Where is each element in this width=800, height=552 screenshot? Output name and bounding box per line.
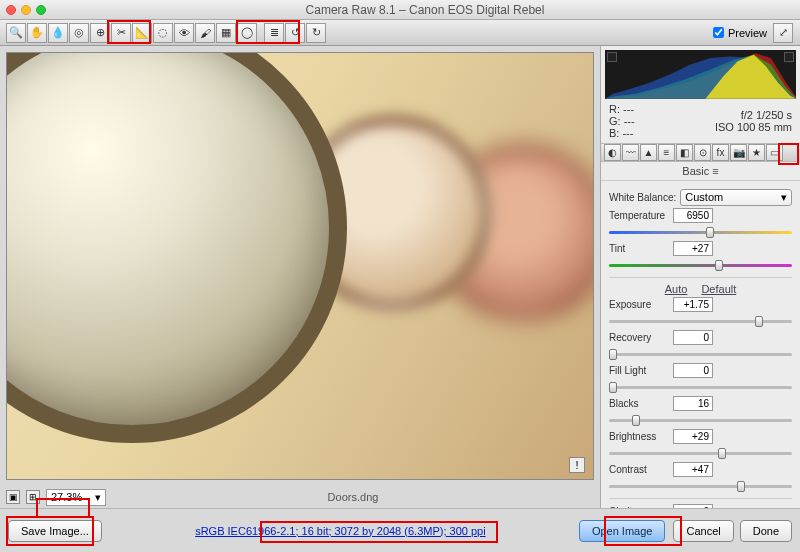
exif-readout: f/2 1/250 s ISO 100 85 mm [715, 109, 792, 133]
open-image-button[interactable]: Open Image [579, 520, 666, 542]
fullscreen-toggle[interactable]: ⤢ [773, 23, 793, 43]
snapshots-tab[interactable]: ▭ [766, 144, 783, 161]
image-footer: ▣ ⊞ 27.3%▾ Doors.dng [0, 486, 600, 508]
adjust-brush-tool[interactable]: 🖌 [195, 23, 215, 43]
targeted-adjust-tool[interactable]: ⊕ [90, 23, 110, 43]
temperature-value[interactable]: 6950 [673, 208, 713, 223]
zoom-select[interactable]: 27.3%▾ [46, 489, 106, 506]
rotate-ccw-tool[interactable]: ↺ [285, 23, 305, 43]
tint-slider[interactable] [609, 258, 792, 272]
hsl-tab[interactable]: ≡ [658, 144, 675, 161]
exif-line2: ISO 100 85 mm [715, 121, 792, 133]
tint-label: Tint [609, 243, 669, 254]
detail-tab[interactable]: ▲ [640, 144, 657, 161]
done-button[interactable]: Done [740, 520, 792, 542]
contrast-slider[interactable] [609, 479, 792, 493]
histogram[interactable] [605, 50, 796, 99]
zoom-window-icon[interactable] [36, 5, 46, 15]
prefs-tool[interactable]: ≣ [264, 23, 284, 43]
exposure-slider[interactable] [609, 314, 792, 328]
tint-value[interactable]: +27 [673, 241, 713, 256]
main: ! ▣ ⊞ 27.3%▾ Doors.dng R: --- G: [0, 46, 800, 508]
fill-label: Fill Light [609, 365, 669, 376]
temperature-slider[interactable] [609, 225, 792, 239]
redeye-tool[interactable]: 👁 [174, 23, 194, 43]
brightness-value[interactable]: +29 [673, 429, 713, 444]
split-tab[interactable]: ◧ [676, 144, 693, 161]
recovery-slider[interactable] [609, 347, 792, 361]
rgb-readout: R: --- G: --- B: --- [609, 103, 635, 139]
toolbar: 🔍 ✋ 💧 ◎ ⊕ ✂ 📐 ◌ 👁 🖌 ▦ ◯ ≣ ↺ ↻ Preview ⤢ [0, 20, 800, 46]
exposure-value[interactable]: +1.75 [673, 297, 713, 312]
blacks-slider[interactable] [609, 413, 792, 427]
workflow-link[interactable]: sRGB IEC61966-2.1; 16 bit; 3072 by 2048 … [195, 525, 485, 537]
preview-toggle[interactable]: Preview [713, 27, 767, 39]
recovery-label: Recovery [609, 332, 669, 343]
recovery-value[interactable]: 0 [673, 330, 713, 345]
contrast-value[interactable]: +47 [673, 462, 713, 477]
hand-tool[interactable]: ✋ [27, 23, 47, 43]
fill-value[interactable]: 0 [673, 363, 713, 378]
spot-removal-tool[interactable]: ◌ [153, 23, 173, 43]
warning-icon[interactable]: ! [569, 457, 585, 473]
basic-tab[interactable]: ◐ [604, 144, 621, 161]
cancel-button[interactable]: Cancel [673, 520, 733, 542]
b-value: B: --- [609, 127, 635, 139]
exif-line1: f/2 1/250 s [715, 109, 792, 121]
calib-tab[interactable]: 📷 [730, 144, 747, 161]
color-sampler-tool[interactable]: ◎ [69, 23, 89, 43]
shadow-clip-icon[interactable] [607, 52, 617, 62]
default-link[interactable]: Default [701, 283, 736, 295]
rotate-cw-tool[interactable]: ↻ [306, 23, 326, 43]
filename-label: Doors.dng [112, 491, 594, 503]
wb-label: White Balance: [609, 192, 676, 203]
left-pane: ! ▣ ⊞ 27.3%▾ Doors.dng [0, 46, 600, 508]
lens-tab[interactable]: ⊙ [694, 144, 711, 161]
g-value: G: --- [609, 115, 635, 127]
preview-label: Preview [728, 27, 767, 39]
window-controls [6, 5, 46, 15]
presets-tab[interactable]: ★ [748, 144, 765, 161]
graduated-filter-tool[interactable]: ▦ [216, 23, 236, 43]
meta-row: R: --- G: --- B: --- f/2 1/250 s ISO 100… [601, 103, 800, 143]
zoom-tool[interactable]: 🔍 [6, 23, 26, 43]
fx-tab[interactable]: fx [712, 144, 729, 161]
chevron-down-icon: ▾ [95, 491, 101, 504]
crop-tool[interactable]: ✂ [111, 23, 131, 43]
wb-select[interactable]: Custom▾ [680, 189, 792, 206]
straighten-tool[interactable]: 📐 [132, 23, 152, 43]
blacks-value[interactable]: 16 [673, 396, 713, 411]
view-single-icon[interactable]: ▣ [6, 490, 20, 504]
view-compare-icon[interactable]: ⊞ [26, 490, 40, 504]
radial-filter-tool[interactable]: ◯ [237, 23, 257, 43]
brightness-label: Brightness [609, 431, 669, 442]
highlight-clip-icon[interactable] [784, 52, 794, 62]
panel-title: Basic≡ [601, 162, 800, 181]
auto-link[interactable]: Auto [665, 283, 688, 295]
temperature-label: Temperature [609, 210, 669, 221]
save-image-button[interactable]: Save Image... [8, 520, 102, 542]
wb-dropper-tool[interactable]: 💧 [48, 23, 68, 43]
blacks-label: Blacks [609, 398, 669, 409]
preview-image[interactable]: ! [6, 52, 594, 480]
chevron-down-icon: ▾ [781, 191, 787, 204]
panel-tabs: ◐ 〰 ▲ ≡ ◧ ⊙ fx 📷 ★ ▭ [601, 143, 800, 162]
window-title: Camera Raw 8.1 – Canon EOS Digital Rebel [56, 3, 794, 17]
brightness-slider[interactable] [609, 446, 792, 460]
close-window-icon[interactable] [6, 5, 16, 15]
image-content [6, 52, 347, 443]
fill-slider[interactable] [609, 380, 792, 394]
minimize-window-icon[interactable] [21, 5, 31, 15]
r-value: R: --- [609, 103, 635, 115]
right-pane: R: --- G: --- B: --- f/2 1/250 s ISO 100… [600, 46, 800, 508]
titlebar: Camera Raw 8.1 – Canon EOS Digital Rebel [0, 0, 800, 20]
panel-menu-icon[interactable]: ≡ [712, 165, 718, 177]
preview-checkbox[interactable] [713, 27, 724, 38]
basic-panel: White Balance: Custom▾ Temperature6950 T… [601, 181, 800, 508]
exposure-label: Exposure [609, 299, 669, 310]
curve-tab[interactable]: 〰 [622, 144, 639, 161]
bottom-bar: Save Image... sRGB IEC61966-2.1; 16 bit;… [0, 508, 800, 552]
contrast-label: Contrast [609, 464, 669, 475]
zoom-value: 27.3% [51, 491, 82, 503]
wb-value: Custom [685, 191, 723, 203]
